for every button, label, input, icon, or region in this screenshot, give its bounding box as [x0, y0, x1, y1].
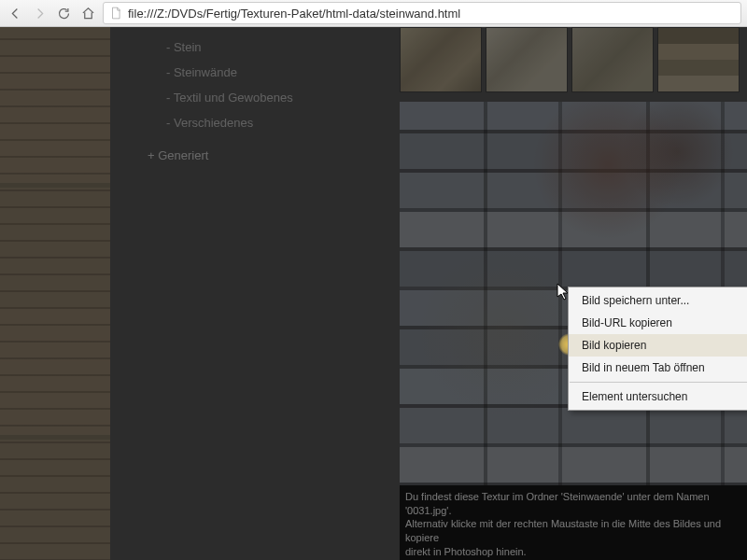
page-icon [109, 7, 122, 20]
reload-button[interactable] [54, 4, 73, 22]
ctx-copy-image-url[interactable]: Bild-URL kopieren [569, 312, 747, 334]
ctx-save-image-as[interactable]: Bild speichern unter... [569, 289, 747, 312]
home-button[interactable] [78, 4, 97, 22]
ctx-copy-image[interactable]: Bild kopieren [569, 334, 747, 357]
context-menu-separator [570, 382, 747, 383]
context-menu: Bild speichern unter... Bild-URL kopiere… [568, 287, 747, 411]
ctx-inspect-element[interactable]: Element untersuchen [569, 385, 747, 408]
forward-button[interactable] [30, 4, 49, 22]
address-bar[interactable]: file:///Z:/DVDs/Fertig/Texturen-Paket/ht… [103, 2, 741, 24]
ctx-open-image-new-tab[interactable]: Bild in neuem Tab öffnen [569, 357, 747, 379]
browser-toolbar: file:///Z:/DVDs/Fertig/Texturen-Paket/ht… [0, 0, 747, 27]
back-button[interactable] [6, 4, 24, 22]
page-content: Stein Steinwände Textil und Gewobenes Ve… [0, 27, 747, 560]
url-text: file:///Z:/DVDs/Fertig/Texturen-Paket/ht… [128, 7, 460, 21]
